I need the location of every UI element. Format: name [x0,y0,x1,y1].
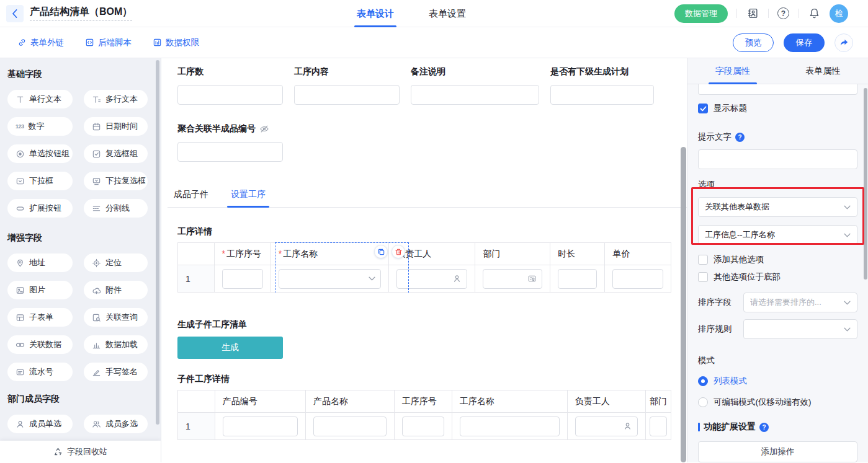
field-item-signature[interactable]: 手写签名 [84,363,148,381]
other-option-bottom-checkbox[interactable] [698,272,708,282]
save-button[interactable]: 保存 [784,33,825,52]
field-item-divider[interactable]: 分割线 [84,199,148,218]
hint-help-icon[interactable]: ? [735,133,745,142]
field-item-single-line-text[interactable]: 单行文本 [7,90,73,108]
sort-rule-dropdown[interactable] [743,319,857,339]
col-duration[interactable]: 时长 [550,243,605,265]
field-process-content[interactable]: 工序内容 [294,66,400,105]
copy-column-button[interactable] [374,245,388,258]
has-sub-plan-input[interactable] [550,85,654,105]
option-field-dropdown[interactable]: 工序信息--工序名称 [698,225,857,245]
field-item-datetime[interactable]: 日期时间 [84,117,148,136]
col-department[interactable]: 部门 [475,243,550,265]
field-recycle-bin[interactable]: 字段回收站 [0,441,161,462]
extension-help-icon[interactable]: ? [759,423,769,432]
data-permission-link[interactable]: 数据权限 [153,37,199,48]
field-item-linked-query[interactable]: 关联查询 [84,308,148,327]
remark-input[interactable] [411,85,539,105]
worker-input[interactable] [575,417,638,436]
field-item-member-single[interactable]: 成员单选 [7,415,73,433]
show-title-checkbox[interactable] [698,104,708,113]
tab-form-properties[interactable]: 表单属性 [778,58,868,84]
col-worker[interactable]: 负责工人 [567,390,645,413]
tab-finished-sub-parts[interactable]: 成品子件 [174,189,208,207]
field-title-input-clipped[interactable] [698,84,857,95]
canvas-scrollbar[interactable] [681,147,686,462]
process-count-input[interactable] [177,85,283,105]
process-no-input[interactable] [402,417,444,436]
field-process-count[interactable]: 工序数 [177,66,283,105]
tab-set-process[interactable]: 设置工序 [231,189,266,207]
process-name-select[interactable] [279,269,381,289]
department-input[interactable] [650,417,667,436]
contacts-icon[interactable] [746,7,759,20]
field-item-radio-group[interactable]: 单选按钮组 [7,144,73,163]
tab-label: 表单属性 [805,66,840,77]
worker-input[interactable] [396,269,467,289]
field-item-multi-line-text[interactable]: 多行文本 [84,90,148,108]
hint-text-row: 提示文字 ? [698,131,857,143]
col-product-name[interactable]: 产品名称 [306,390,395,413]
sort-field-dropdown[interactable]: 请选择需要排序的... [743,293,857,312]
field-item-extension-button[interactable]: 扩展按钮 [7,199,73,218]
help-mark: ? [781,9,785,18]
process-no-input[interactable] [222,269,263,289]
process-name-input[interactable] [460,417,560,436]
field-item-multi-select[interactable]: 下拉复选框 [84,172,148,190]
form-external-link[interactable]: 表单外链 [17,37,64,48]
field-item-data-load[interactable]: 数据加载 [84,335,148,354]
share-button[interactable] [834,33,853,52]
user-avatar[interactable]: 检 [830,4,848,23]
field-item-attachment[interactable]: 附件 [84,281,148,299]
field-aggregate-semi-product-no[interactable]: 聚合关联半成品编号 [177,123,687,162]
col-process-name[interactable]: *工序名称 [271,243,388,265]
data-manage-button[interactable]: 数据管理 [674,4,728,23]
aggregate-semi-product-no-input[interactable] [177,142,283,162]
department-input[interactable] [483,269,542,289]
unit-price-input[interactable] [612,269,663,289]
col-unit-price[interactable]: 单价 [605,243,671,265]
process-content-input[interactable] [294,85,400,105]
field-item-member-multi[interactable]: 成员多选 [84,415,148,433]
backend-script-link[interactable]: 后端脚本 [85,37,132,48]
option-source-dropdown[interactable]: 关联其他表单数据 [698,197,857,217]
field-remark[interactable]: 备注说明 [411,66,539,105]
notification-bell-icon[interactable] [807,7,821,20]
col-process-no[interactable]: *工序序号 [214,243,271,265]
tab-form-design[interactable]: 表单设计 [357,0,394,27]
delete-column-button[interactable] [391,245,405,258]
tab-field-properties[interactable]: 字段属性 [687,58,778,84]
signature-icon [92,368,101,377]
preview-button[interactable]: 预览 [733,33,774,52]
add-action-button[interactable]: 添加操作 [698,441,857,462]
back-button[interactable] [6,5,24,22]
col-process-no[interactable]: 工序序号 [394,390,452,413]
field-item-location[interactable]: 定位 [84,254,148,272]
sidebar-scrollbar[interactable] [156,60,159,425]
field-item-address[interactable]: 地址 [7,254,73,272]
enhanced-fields-grid: 地址 定位 图片 附件 [7,254,153,381]
field-item-image[interactable]: 图片 [7,281,73,299]
duration-input[interactable] [558,269,597,289]
col-department[interactable]: 部门 [645,390,671,413]
product-no-input[interactable] [223,417,298,436]
hint-text-input[interactable] [698,149,857,169]
help-icon[interactable]: ? [777,7,789,19]
generate-button[interactable]: 生成 [177,337,283,359]
field-item-number[interactable]: 123 数字 [7,117,73,136]
editable-mode-radio[interactable] [698,397,708,407]
field-item-checkbox-group[interactable]: 复选框组 [84,144,148,163]
field-item-subform[interactable]: 子表单 [7,308,73,327]
product-name-input[interactable] [313,417,387,436]
field-item-serial-number[interactable]: 流水号 [7,363,73,381]
col-process-name[interactable]: 工序名称 [452,390,567,413]
list-mode-radio[interactable] [698,376,708,386]
col-product-no[interactable]: 产品编号 [215,390,305,413]
panel-scrollbar[interactable] [864,88,867,280]
add-other-option-checkbox[interactable] [698,255,708,265]
field-item-select[interactable]: 下拉框 [7,172,73,190]
tab-form-settings[interactable]: 表单设置 [429,0,466,27]
product-name-cell [306,413,395,440]
field-item-linked-data[interactable]: 关联数据 [7,335,73,354]
field-has-sub-plan[interactable]: 是否有下级生成计划 [550,66,654,105]
